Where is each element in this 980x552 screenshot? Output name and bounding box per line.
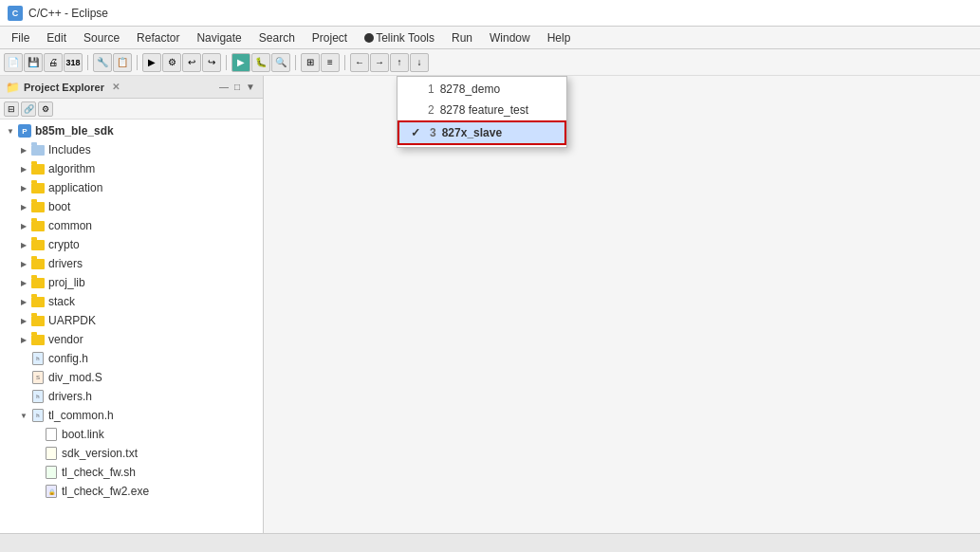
toolbar-new-btn[interactable]: 📄 [4,53,23,72]
sidebar-collapse-all-btn[interactable]: ⊟ [4,101,19,117]
tl-common-h-file-icon: h [30,408,46,423]
toolbar-up-btn[interactable]: ↑ [390,53,409,72]
tree-item-vendor[interactable]: ▶ vendor [0,330,263,349]
sidebar-controls: — □ ▼ [217,82,257,92]
tree-item-sdk-version-txt[interactable]: ▶ sdk_version.txt [0,444,263,463]
app-icon: C [8,6,23,21]
toolbar-sep-4 [295,55,296,70]
common-folder-icon [30,218,46,233]
sidebar-config-btn[interactable]: ⚙ [38,101,53,117]
tree-item-application[interactable]: ▶ application [0,178,263,197]
toolbar-sep-1 [87,55,88,70]
toolbar-debug-btn[interactable]: 🐛 [251,53,270,72]
sidebar-minimize-btn[interactable]: — [217,82,231,92]
toolbar-btn-b[interactable]: 📋 [113,53,132,72]
dropdown-item-1[interactable]: 1 8278_demo [398,79,566,100]
toolbar-btn-d[interactable]: ⚙ [162,53,181,72]
toolbar-run-btn[interactable]: ▶ [231,53,250,72]
menu-source[interactable]: Source [76,29,127,46]
menu-bar: File Edit Source Refactor Navigate Searc… [0,27,980,49]
toolbar-down-btn[interactable]: ↓ [410,53,429,72]
toolbar-group-3: ▶ ⚙ ↩ ↪ [142,53,221,72]
tree-arrow-common: ▶ [17,219,30,232]
toolbar-print-btn[interactable]: 🖨 [44,53,63,72]
tree-label-sdk-version: sdk_version.txt [62,447,138,460]
tree-label-algorithm: algorithm [48,162,95,175]
toolbar-list-btn[interactable]: ≡ [321,53,340,72]
toolbar-forward-btn[interactable]: → [370,53,389,72]
algorithm-folder-icon [30,161,46,176]
tree-item-div-mod-s[interactable]: ▶ S div_mod.S [0,368,263,387]
drivers-folder-icon [30,256,46,271]
toolbar-undo-btn[interactable]: ↩ [182,53,201,72]
drivers-h-file-icon: h [30,389,46,404]
menu-edit[interactable]: Edit [39,29,74,46]
tree-item-b85m-ble-sdk[interactable]: ▼ P b85m_ble_sdk [0,121,263,140]
tree-arrow-uarpdk: ▶ [17,314,30,327]
tree-item-drivers-h[interactable]: ▶ h drivers.h [0,387,263,406]
sdk-version-file-icon [44,446,59,461]
tree-arrow-proj-lib: ▶ [17,276,30,289]
tree-item-crypto[interactable]: ▶ crypto [0,235,263,254]
sidebar-toolbar: ⊟ 🔗 ⚙ [0,99,263,120]
sidebar-view-menu-btn[interactable]: ▼ [244,82,257,92]
dropdown-label-1: 8278_demo [440,83,500,96]
toolbar-redo-btn[interactable]: ↪ [202,53,221,72]
menu-file[interactable]: File [4,29,37,46]
dropdown-item-3[interactable]: ✓ 3 827x_slave [398,120,566,145]
tree-arrow-boot: ▶ [17,200,30,213]
toolbar-group-6: ← → ↑ ↓ [350,53,429,72]
proj-lib-folder-icon [30,275,46,290]
tree-item-tl-common-h[interactable]: ▼ h tl_common.h [0,406,263,425]
tree-item-tl-check-fw-sh[interactable]: ▶ tl_check_fw.sh [0,463,263,482]
toolbar-group-4: ▶ 🐛 🔍 [231,53,290,72]
menu-help[interactable]: Help [540,29,579,46]
toolbar-grid-btn[interactable]: ⊞ [301,53,320,72]
stack-folder-icon [30,294,46,309]
dropdown-num-3: 3 [430,126,436,139]
menu-window[interactable]: Window [482,29,538,46]
tree-item-tl-check-fw2-exe[interactable]: ▶ 🔒 tl_check_fw2.exe [0,482,263,501]
tree-item-boot-link[interactable]: ▶ boot.link [0,425,263,444]
includes-folder-icon [30,142,46,157]
menu-navigate[interactable]: Navigate [189,29,249,46]
menu-telink-tools[interactable]: Telink Tools [357,29,442,46]
tree-label-config-h: config.h [48,352,88,365]
tree-arrow-stack: ▶ [17,295,30,308]
sidebar-maximize-btn[interactable]: □ [232,82,242,92]
toolbar-save-btn[interactable]: 💾 [24,53,43,72]
tree-item-stack[interactable]: ▶ stack [0,292,263,311]
toolbar-btn-c[interactable]: ▶ [142,53,161,72]
menu-refactor[interactable]: Refactor [129,29,187,46]
tree-item-includes[interactable]: ▶ Includes [0,140,263,159]
tree-item-common[interactable]: ▶ common [0,216,263,235]
dropdown-label-3: 827x_slave [442,126,502,139]
toolbar-btn-a[interactable]: 🔧 [93,53,112,72]
dropdown-menu: 1 8278_demo 2 8278 feature_test ✓ 3 827x… [397,76,567,148]
tree-item-boot[interactable]: ▶ boot [0,197,263,216]
toolbar: 📄 💾 🖨 318 🔧 📋 ▶ ⚙ ↩ ↪ ▶ 🐛 🔍 ⊞ ≡ ← → ↑ ↓ [0,49,980,76]
sidebar-title: 📁 Project Explorer ✕ [6,81,120,94]
tree-item-config-h[interactable]: ▶ h config.h [0,349,263,368]
dropdown-item-2[interactable]: 2 8278 feature_test [398,100,566,120]
tree-item-uarpdk[interactable]: ▶ UARPDK [0,311,263,330]
menu-project[interactable]: Project [305,29,355,46]
menu-run[interactable]: Run [444,29,480,46]
div-mod-s-file-icon: S [30,370,46,385]
toolbar-back-btn[interactable]: ← [350,53,369,72]
project-tree: ▼ P b85m_ble_sdk ▶ Includes ▶ [0,120,263,552]
menu-search[interactable]: Search [251,29,303,46]
tree-label-uarpdk: UARPDK [48,314,96,327]
tree-label-common: common [48,219,92,232]
toolbar-search2-btn[interactable]: 🔍 [271,53,290,72]
dropdown-check-2 [409,103,422,117]
sidebar-link-btn[interactable]: 🔗 [21,101,36,117]
project-icon: P [17,123,32,138]
tree-item-algorithm[interactable]: ▶ algorithm [0,159,263,178]
toolbar-num-btn[interactable]: 318 [64,53,83,72]
tree-item-proj-lib[interactable]: ▶ proj_lib [0,273,263,292]
title-bar: C C/C++ - Eclipse [0,0,980,27]
tree-item-drivers[interactable]: ▶ drivers [0,254,263,273]
status-bar [0,533,980,552]
tree-arrow-crypto: ▶ [17,238,30,251]
